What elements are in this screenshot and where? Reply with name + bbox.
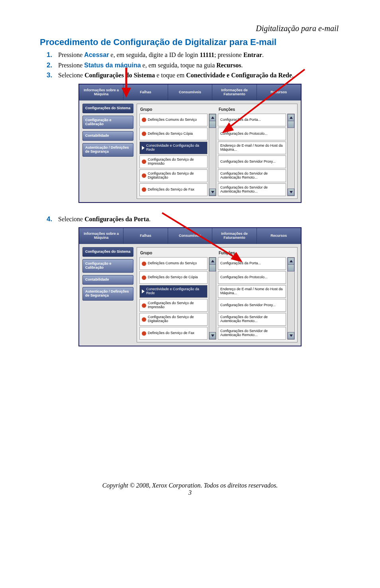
bullet-icon xyxy=(142,317,146,322)
page-number: 3 xyxy=(40,489,340,496)
sidebar-contabilidade[interactable]: Contabilidade xyxy=(82,131,133,141)
grupo-item[interactable]: Definições do Serviço de Cópia xyxy=(139,271,208,284)
login-id: 11111 xyxy=(200,51,214,58)
sidebar: Configurações do Sistema Configuração e … xyxy=(82,247,133,342)
sidebar-autenticacao[interactable]: Autenticação / Definições de Segurança xyxy=(82,287,133,301)
keyword-entrar: Entrar xyxy=(243,51,262,58)
chevron-down-icon xyxy=(211,334,214,337)
sidebar-config-sistema[interactable]: Configurações do Sistema xyxy=(82,104,133,113)
label: Endereço de E-mail / Nome do Host da Máq… xyxy=(220,287,284,295)
tab-info-maquina[interactable]: Informações sobre a Máquina xyxy=(79,85,123,100)
arrow-icon xyxy=(142,146,145,150)
scrollbar[interactable] xyxy=(209,114,216,196)
label: Configurações do Serviço de Impressão xyxy=(148,158,205,166)
grupo-item-conectividade[interactable]: Conectividade e Configuração da Rede xyxy=(139,285,208,298)
bullet-icon xyxy=(142,303,146,308)
tab-recursos[interactable]: Recursos xyxy=(257,228,301,244)
scrollbar[interactable] xyxy=(209,257,216,340)
text: e, em seguida, toque na guia xyxy=(141,62,217,69)
funcao-item[interactable]: Configurações do Servidor Proxy... xyxy=(218,299,286,312)
svg-line-2 xyxy=(228,69,305,128)
label: Endereço de E-mail / Nome do Host da Máq… xyxy=(220,144,284,152)
bullet-icon xyxy=(142,118,146,122)
chevron-down-icon xyxy=(290,334,293,337)
sidebar-calibracao[interactable]: Configuração e Calibração xyxy=(82,259,133,273)
text: . xyxy=(149,216,151,222)
label: Configurações do Serviço de Digitalizaçã… xyxy=(148,172,205,180)
scroll-up-button[interactable] xyxy=(288,258,294,265)
funcao-item[interactable]: Configurações do Servidor Proxy... xyxy=(218,155,286,168)
page-title: Procedimento de Configuração de Digitali… xyxy=(40,37,340,47)
label: Configurações do Servidor de Autenticaçã… xyxy=(220,186,284,194)
keyword-recursos: Recursos xyxy=(216,62,241,69)
scroll-up-button[interactable] xyxy=(209,114,216,121)
chevron-down-icon xyxy=(211,191,214,193)
text: Selecione xyxy=(58,72,84,79)
label: Configurações do Servidor de Autenticaçã… xyxy=(220,329,284,337)
arrow-indicator-1b xyxy=(218,69,306,138)
svg-marker-1 xyxy=(121,88,131,98)
chevron-up-icon xyxy=(290,260,293,262)
scroll-thumb[interactable] xyxy=(209,121,216,128)
funcao-item[interactable]: Configurações do Servidor de Autenticaçã… xyxy=(218,313,286,326)
grupo-item[interactable]: Configurações do Serviço de Digitalizaçã… xyxy=(139,169,208,182)
chevron-down-icon xyxy=(290,191,293,193)
funcao-item[interactable]: Configurações do Servidor de Autenticaçã… xyxy=(218,327,286,340)
text: Selecione xyxy=(58,216,84,222)
step-1: Pressione Acessar e, em seguida, digite … xyxy=(54,51,340,59)
bullet-icon xyxy=(142,132,146,136)
scrollbar[interactable] xyxy=(287,257,295,340)
tab-info-maquina[interactable]: Informações sobre a Máquina xyxy=(79,228,123,244)
label: Definições do Serviço Cópia xyxy=(148,132,193,136)
text: ; pressione xyxy=(214,51,243,58)
svg-marker-5 xyxy=(231,252,243,262)
label: Configurações do Servidor Proxy... xyxy=(220,303,276,307)
arrow-indicator-1a xyxy=(118,68,134,100)
label: Definições do Serviço de Cópia xyxy=(148,275,198,279)
text: e, em seguida, digite a ID de login xyxy=(109,51,200,58)
grupo-item[interactable]: Configurações do Serviço de Impressão xyxy=(139,299,208,312)
scroll-down-button[interactable] xyxy=(288,189,294,196)
sidebar-config-sistema[interactable]: Configurações do Sistema xyxy=(82,247,133,257)
grupo-item[interactable]: Configurações do Serviço de Impressão xyxy=(139,155,208,168)
tab-consumiveis[interactable]: Consumíveis xyxy=(168,85,212,100)
scroll-down-button[interactable] xyxy=(288,332,294,339)
section-header: Digitalização para e-mail xyxy=(40,24,340,33)
sidebar-autenticacao[interactable]: Autenticação / Definições de Segurança xyxy=(82,143,133,157)
arrow-icon xyxy=(142,289,145,293)
bullet-icon xyxy=(142,173,146,178)
copyright-footer: Copyright © 2008, Xerox Corporation. Tod… xyxy=(40,482,340,489)
label: Configurações do Servidor Proxy... xyxy=(220,160,276,164)
scroll-down-button[interactable] xyxy=(209,189,216,196)
text: Pressione xyxy=(58,51,84,58)
label: Configurações do Serviço de Impressão xyxy=(148,301,205,309)
funcao-item[interactable]: Endereço de E-mail / Nome do Host da Máq… xyxy=(218,285,286,298)
sidebar: Configurações do Sistema Configuração e … xyxy=(82,104,133,199)
label: Configurações do Protocolo... xyxy=(220,275,268,279)
label: Conectividade e Configuração da Rede xyxy=(146,144,205,152)
grupo-item[interactable]: Definições Comuns do Serviço xyxy=(139,114,208,126)
sidebar-calibracao[interactable]: Configuração e Calibração xyxy=(82,116,133,129)
funcao-item[interactable]: Configurações do Servidor de Autenticaçã… xyxy=(218,183,286,196)
grupo-item[interactable]: Configurações do Serviço de Digitalizaçã… xyxy=(139,313,208,326)
sidebar-contabilidade[interactable]: Contabilidade xyxy=(82,275,133,285)
svg-marker-3 xyxy=(222,122,234,133)
label: Configurações do Servidor de Autenticaçã… xyxy=(220,315,284,323)
grupo-item[interactable]: Definições do Serviço de Fax xyxy=(139,183,208,196)
grupo-item[interactable]: Definições do Serviço de Fax xyxy=(139,327,208,340)
bullet-icon xyxy=(142,159,146,164)
scroll-down-button[interactable] xyxy=(209,332,216,339)
funcao-item[interactable]: Configurações do Servidor de Autenticaçã… xyxy=(218,169,286,182)
scroll-thumb[interactable] xyxy=(288,264,294,271)
label: Configurações do Servidor de Autenticaçã… xyxy=(220,172,284,180)
funcao-item[interactable]: Endereço de E-mail / Nome do Host da Máq… xyxy=(218,142,286,154)
text: e toque em xyxy=(155,72,186,79)
grupo-item[interactable]: Definições do Serviço Cópia xyxy=(139,128,208,140)
grupo-item-conectividade[interactable]: Conectividade e Configuração da Rede xyxy=(139,142,208,154)
funcao-item[interactable]: Configurações do Protocolo... xyxy=(218,271,286,284)
label: Configurações do Serviço de Digitalizaçã… xyxy=(148,315,205,323)
label: Definições do Serviço de Fax xyxy=(148,188,194,192)
label: Definições do Serviço de Fax xyxy=(148,331,194,335)
svg-line-4 xyxy=(162,213,236,258)
text: . xyxy=(262,51,264,58)
